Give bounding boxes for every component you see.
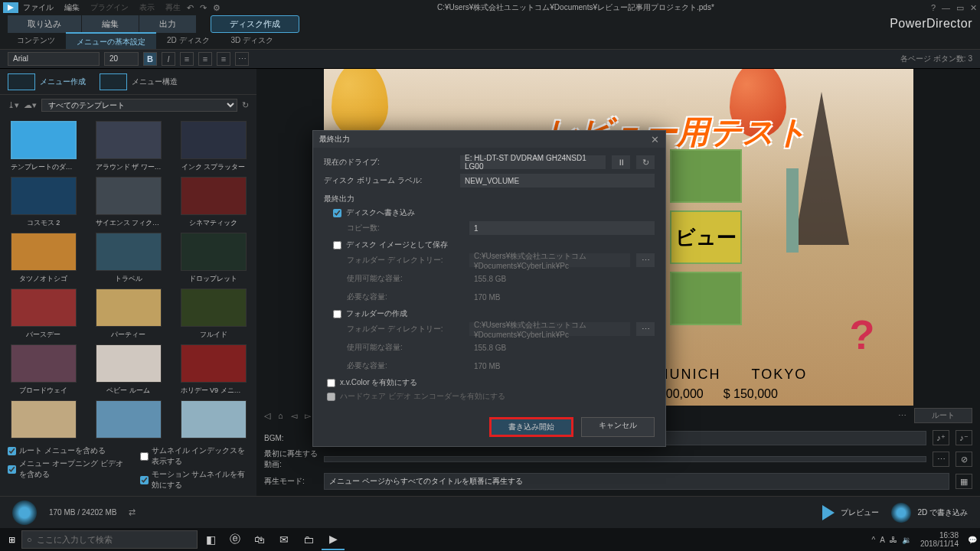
burn-2d-button[interactable]: 2D で書き込み	[891, 503, 968, 523]
template-item[interactable]: トラベル	[91, 233, 165, 284]
check-xvcolor[interactable]: x.v.Color を有効にする	[327, 377, 655, 388]
menu-view[interactable]: 表示	[139, 2, 155, 13]
mode-menu-create[interactable]: メニュー作成	[8, 73, 86, 90]
route-button[interactable]: ルート	[914, 408, 972, 423]
dialog-close-icon[interactable]: ✕	[651, 134, 659, 145]
task-view-icon[interactable]: ◧	[199, 529, 222, 550]
check-thumb-index[interactable]: サムネイル インデックスを表示する	[140, 445, 249, 467]
gear-icon[interactable]: ⚙	[213, 3, 220, 13]
mode-menu-structure[interactable]: メニュー構造	[100, 73, 178, 90]
italic-button[interactable]: I	[162, 52, 175, 66]
music-remove-icon[interactable]: ♪⁻	[956, 430, 972, 445]
bold-button[interactable]: B	[143, 52, 157, 66]
template-item[interactable]: ホリデー V9 メニュ…	[176, 344, 250, 396]
taskbar-search[interactable]: ○	[21, 530, 198, 549]
windows-start-icon[interactable]: ⊞	[3, 531, 20, 548]
help-icon[interactable]: ?	[931, 3, 936, 13]
check-save-image[interactable]: ディスク イメージとして保存	[333, 240, 655, 250]
clear-icon[interactable]: ⊘	[956, 452, 972, 467]
template-item[interactable]: インク スプラッター	[176, 121, 250, 172]
refresh-drive-icon[interactable]: ↻	[636, 155, 655, 169]
search-input[interactable]	[37, 535, 192, 544]
template-item[interactable]: ラウンジ	[176, 400, 250, 441]
subtab-2d-disc[interactable]: 2D ディスク	[156, 32, 220, 49]
first-video-field[interactable]	[324, 456, 926, 462]
fwd-icon[interactable]: ▻	[305, 411, 311, 421]
sound-icon[interactable]: 🔉	[902, 536, 911, 544]
template-item[interactable]: テンプレートのダウ…	[6, 121, 80, 172]
playmode-settings-icon[interactable]: ▦	[956, 474, 972, 489]
align-right-button[interactable]: ≡	[217, 52, 230, 66]
volume-label-field[interactable]: NEW_VOLUME	[460, 174, 655, 187]
template-item[interactable]: ミュージックボックス	[6, 400, 80, 441]
font-select[interactable]: Arial	[8, 52, 100, 66]
subtab-content[interactable]: コンテンツ	[6, 32, 66, 49]
check-burn-disc[interactable]: ディスクへ書き込み	[333, 207, 655, 218]
minimize-icon[interactable]: —	[942, 3, 950, 13]
playmode-field[interactable]: メニュー ページからすべてのタイトルを順番に再生する	[324, 473, 949, 490]
menu-thumb-1[interactable]	[670, 149, 742, 203]
start-burn-button[interactable]: 書き込み開始	[489, 417, 573, 437]
preview-button[interactable]: プレビュー	[822, 505, 879, 520]
align-center-button[interactable]: ≡	[198, 52, 212, 66]
template-item[interactable]: コスモス 2	[6, 177, 80, 228]
maximize-icon[interactable]: ▭	[956, 3, 964, 13]
download-icon[interactable]: ⤓▾	[8, 100, 19, 110]
menu-play[interactable]: 再生	[165, 2, 181, 13]
pause-icon[interactable]: ⏸	[612, 155, 630, 169]
music-add-icon[interactable]: ♪⁺	[933, 430, 949, 445]
template-item[interactable]: シネマティック	[176, 177, 250, 228]
mail-icon[interactable]: ✉	[273, 529, 296, 550]
template-item[interactable]: ライト スポット	[91, 400, 165, 441]
more-button[interactable]: ⋯	[235, 52, 249, 66]
taskbar-clock[interactable]: 16:382018/11/14	[916, 531, 963, 548]
redo-icon[interactable]: ↷	[200, 3, 207, 13]
network-icon[interactable]: 🖧	[890, 536, 897, 544]
template-item[interactable]: ベビー ルーム	[91, 344, 165, 396]
cancel-button[interactable]: キャンセル	[581, 417, 655, 437]
main-tab-edit[interactable]: 編集	[82, 15, 139, 33]
subtab-menu-settings[interactable]: メニューの基本設定	[66, 32, 156, 49]
disc-create-button[interactable]: ディスク作成	[211, 15, 299, 33]
back-icon[interactable]: ◅	[291, 411, 297, 421]
drive-select[interactable]: E: HL-DT-ST DVDRAM GH24NSD1 LG00	[460, 155, 606, 169]
template-item[interactable]: タツノオトシゴ	[6, 233, 80, 284]
font-size[interactable]: 20	[104, 52, 139, 66]
cloud-icon[interactable]: ☁▾	[24, 100, 37, 110]
notification-icon[interactable]: 💬	[968, 536, 977, 544]
store-icon[interactable]: 🛍	[248, 529, 271, 550]
template-filter[interactable]: すべてのテンプレート	[41, 99, 237, 112]
template-item[interactable]: アラウンド ザ ワー…	[91, 121, 165, 172]
undo-icon[interactable]: ↶	[187, 3, 194, 13]
check-root-menu[interactable]: ルート メニューを含める	[8, 445, 125, 456]
template-item[interactable]: パーティー	[91, 289, 165, 340]
settings-icon[interactable]: ⋯	[898, 411, 906, 421]
home-icon[interactable]: ⌂	[278, 411, 283, 420]
check-motion-thumb[interactable]: モーション サムネイルを有効にする	[140, 469, 249, 491]
close-icon[interactable]: ✕	[970, 3, 977, 13]
template-item[interactable]: フルイド	[176, 289, 250, 340]
main-tab-import[interactable]: 取り込み	[8, 15, 82, 33]
menu-edit[interactable]: 編集	[64, 2, 80, 13]
tray-up-icon[interactable]: ^	[872, 536, 876, 544]
align-left-button[interactable]: ≡	[180, 52, 194, 66]
prev-icon[interactable]: ◁	[264, 411, 270, 421]
menu-file[interactable]: ファイル	[23, 2, 54, 13]
ime-icon[interactable]: A	[880, 536, 885, 544]
edge-icon[interactable]: ⓔ	[224, 529, 247, 550]
check-opening[interactable]: メニュー オープニング ビデオを含める	[8, 458, 125, 480]
template-item[interactable]: サイエンス フィクシ…	[91, 177, 165, 228]
explorer-icon[interactable]: 🗀	[297, 529, 320, 550]
browse-folder-icon[interactable]: ⋯	[636, 253, 655, 267]
browse-icon[interactable]: ⋯	[933, 452, 949, 467]
subtab-3d-disc[interactable]: 3D ディスク	[220, 32, 285, 49]
swap-icon[interactable]: ⇄	[129, 507, 136, 517]
browse-folder-icon-2[interactable]: ⋯	[636, 322, 655, 336]
refresh-icon[interactable]: ↻	[242, 100, 249, 110]
template-item[interactable]: ブロードウェイ	[6, 344, 80, 396]
main-tab-output[interactable]: 出力	[139, 15, 197, 33]
powerdirector-icon[interactable]: ▶	[322, 529, 345, 550]
menu-thumb-3[interactable]	[670, 272, 742, 325]
copies-field[interactable]: 1	[469, 221, 655, 235]
check-create-folder[interactable]: フォルダーの作成	[333, 308, 655, 319]
